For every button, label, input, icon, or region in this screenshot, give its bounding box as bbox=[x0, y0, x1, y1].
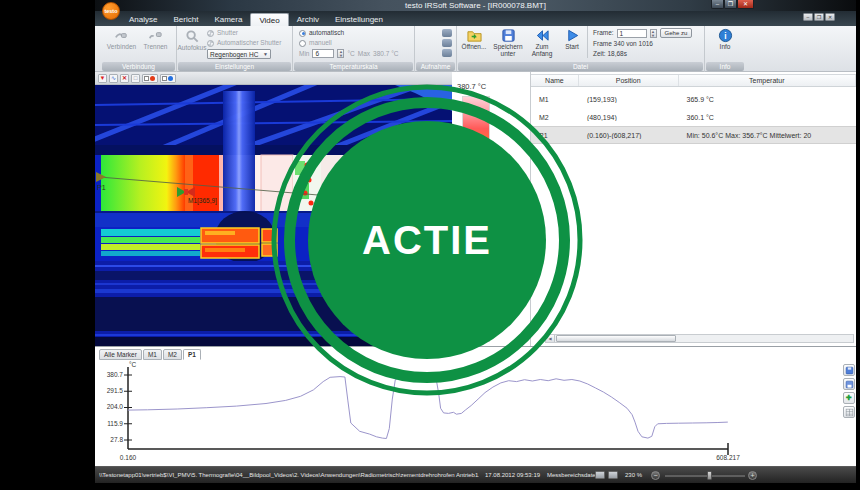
y-tick-291: 291.5 bbox=[107, 387, 124, 394]
minimize-button[interactable]: – bbox=[711, 0, 724, 9]
table-row[interactable]: M1 (159,193) 365.9 °C bbox=[531, 90, 856, 108]
m1-label: M1[365,9] bbox=[188, 197, 217, 205]
autofokus-button[interactable]: Autofokus bbox=[177, 27, 207, 59]
x-end-label: 608.217 bbox=[716, 454, 740, 461]
chart-unit-label: °C bbox=[129, 361, 137, 368]
auto-shutter-icon bbox=[207, 40, 214, 47]
cursor-icon: □ bbox=[134, 75, 138, 81]
zoom-value: 230 % bbox=[625, 472, 642, 478]
window-controls: – ❐ ✕ bbox=[711, 0, 754, 9]
pipe bbox=[223, 91, 255, 213]
table-row[interactable]: M2 (480,194) 360.1 °C bbox=[531, 108, 856, 126]
zoom-in-button[interactable]: + bbox=[748, 471, 757, 480]
zum-anfang-button[interactable]: Zum Anfang bbox=[525, 26, 559, 57]
checkbox-icon bbox=[144, 76, 149, 81]
min-spinner[interactable]: ▲▼ bbox=[337, 49, 344, 58]
measurement-table: Name Position Temperatur M1 (159,193) 36… bbox=[530, 72, 856, 346]
info-button[interactable]: i Info bbox=[708, 26, 742, 50]
frame-info: Frame 340 von 1016 bbox=[593, 40, 692, 48]
radio-selected-icon bbox=[299, 30, 306, 37]
hot-dot-icon bbox=[150, 76, 155, 81]
doc-restore-button[interactable]: ❐ bbox=[814, 13, 824, 21]
zoom-slider-thumb[interactable] bbox=[707, 471, 712, 480]
checkbox-icon bbox=[162, 76, 167, 81]
svg-text:i: i bbox=[724, 31, 726, 41]
layout-single-icon[interactable] bbox=[595, 471, 605, 479]
temperature-marker-tool[interactable]: ▼ bbox=[98, 74, 107, 83]
start-button[interactable]: Start bbox=[559, 26, 585, 50]
max-value: 380.7 °C bbox=[373, 50, 398, 58]
scroll-thumb[interactable] bbox=[556, 335, 676, 342]
temperaturskala-manuell-radio[interactable]: manuell bbox=[299, 39, 414, 47]
header-position[interactable]: Position bbox=[579, 75, 679, 86]
main-area: ▼ ∿ ✕ □ bbox=[95, 72, 856, 346]
min-value-input[interactable]: 6 bbox=[312, 49, 334, 58]
save-icon bbox=[501, 28, 516, 43]
header-name[interactable]: Name bbox=[531, 75, 579, 86]
trennen-button[interactable]: Trennen bbox=[139, 26, 173, 50]
hotspot-toggle[interactable] bbox=[142, 74, 158, 83]
maximize-button[interactable]: ❐ bbox=[724, 0, 737, 9]
tab-archiv[interactable]: Archiv bbox=[289, 13, 327, 26]
screen: testo IRSoft Software - [IR000078.BMT] –… bbox=[0, 0, 860, 490]
testo-logo: testo bbox=[102, 2, 120, 20]
table-horizontal-scrollbar[interactable]: ◀ bbox=[545, 334, 854, 343]
zeit-info: Zeit: 18,68s bbox=[593, 50, 692, 58]
scale-max-label: 380.7 °C bbox=[457, 82, 486, 91]
profile-line-tool[interactable]: ∿ bbox=[109, 74, 118, 83]
verbinden-button[interactable]: Verbinden bbox=[105, 26, 139, 50]
save-data-button[interactable] bbox=[843, 378, 855, 390]
ribbon-tab-row: Analyse Bericht Kamera Video Archiv Eins… bbox=[95, 11, 856, 26]
radio-icon bbox=[299, 40, 306, 47]
delete-markers-tool[interactable]: ✕ bbox=[120, 74, 129, 83]
shutter-option[interactable]: Shutter bbox=[207, 29, 281, 37]
tab-kamera[interactable]: Kamera bbox=[206, 13, 250, 26]
zoom-slider-track[interactable] bbox=[665, 475, 745, 477]
grid-button[interactable] bbox=[843, 406, 855, 418]
frame-label: Frame: bbox=[593, 29, 614, 37]
chart-panel: Alle Marker M1 M2 P1 °C 380.7 291.5 204.… bbox=[95, 346, 856, 466]
gehe-zu-button[interactable]: Gehe zu bbox=[660, 28, 693, 38]
y-tick-204: 204.0 bbox=[107, 403, 124, 410]
open-folder-icon bbox=[467, 28, 482, 43]
zoom-out-button[interactable]: − bbox=[651, 471, 660, 480]
header-temperatur[interactable]: Temperatur bbox=[679, 75, 856, 86]
x-start-label: 0.160 bbox=[120, 454, 137, 461]
ribbon-group-info: i Info Info bbox=[705, 26, 745, 72]
grid-icon bbox=[845, 408, 854, 417]
app-window: testo IRSoft Software - [IR000078.BMT] –… bbox=[95, 0, 856, 483]
table-header: Name Position Temperatur bbox=[531, 74, 856, 87]
doc-close-button[interactable]: ✕ bbox=[825, 13, 835, 21]
auto-shutter-option[interactable]: Automatischer Shutter bbox=[207, 39, 281, 47]
coldspot-toggle[interactable] bbox=[160, 74, 176, 83]
tab-video[interactable]: Video bbox=[250, 13, 288, 26]
doc-minimize-button[interactable]: – bbox=[803, 13, 813, 21]
tab-einstellungen[interactable]: Einstellungen bbox=[327, 13, 391, 26]
temperaturskala-automatisch-radio[interactable]: automatisch bbox=[299, 29, 414, 37]
palette-dropdown[interactable]: Regenbogen HC ▼ bbox=[207, 49, 271, 59]
y-tick-27: 27.8 bbox=[110, 436, 123, 443]
layout-split-icon[interactable] bbox=[608, 471, 618, 479]
select-tool[interactable]: □ bbox=[131, 74, 140, 83]
scroll-left-icon[interactable]: ◀ bbox=[546, 335, 555, 342]
record-icon[interactable] bbox=[442, 29, 452, 37]
speichern-unter-button[interactable]: Speichern unter bbox=[491, 26, 525, 57]
save-chart-button[interactable] bbox=[843, 364, 855, 376]
stop-icon[interactable] bbox=[442, 49, 452, 57]
tab-bericht[interactable]: Bericht bbox=[165, 13, 206, 26]
tab-analyse[interactable]: Analyse bbox=[121, 13, 165, 26]
thermal-image[interactable]: P1 M1[365,9] bbox=[95, 85, 452, 346]
info-icon: i bbox=[718, 28, 733, 43]
add-button[interactable]: ✚ bbox=[843, 392, 855, 404]
y-tick-380: 380.7 bbox=[107, 371, 124, 378]
close-button[interactable]: ✕ bbox=[737, 0, 754, 9]
group-label-info: Info bbox=[706, 62, 744, 71]
oeffnen-button[interactable]: Öffnen... bbox=[457, 26, 491, 50]
p1-label: P1 bbox=[97, 184, 106, 191]
table-row-selected[interactable]: P1 (0.160)-(608,217) Min: 50.6°C Max: 35… bbox=[531, 126, 856, 144]
snapshot-icon[interactable] bbox=[442, 39, 452, 47]
connect-icon bbox=[114, 28, 129, 43]
frame-input[interactable]: 1 bbox=[617, 29, 647, 38]
max-label: Max bbox=[358, 50, 370, 58]
frame-spinner[interactable]: ▲▼ bbox=[650, 29, 657, 38]
